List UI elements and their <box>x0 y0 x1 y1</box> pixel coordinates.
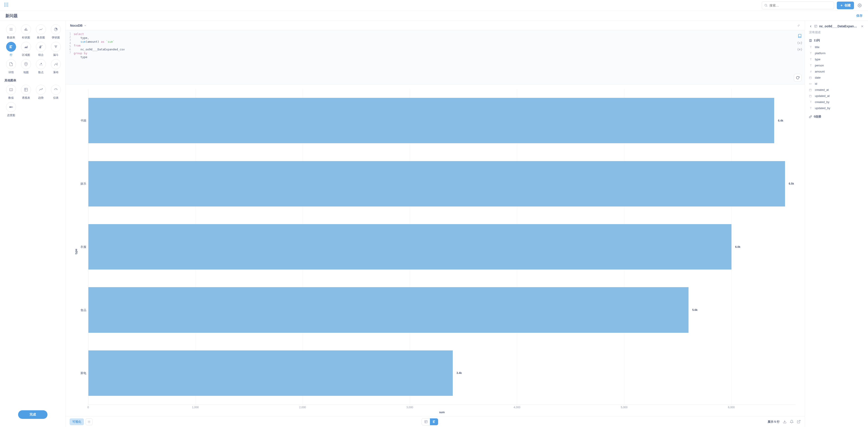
svg-point-12 <box>11 30 11 31</box>
table-icon <box>424 420 428 423</box>
viz-option-number[interactable]: 12数值 <box>4 85 18 100</box>
column-item-title[interactable]: Ttitle <box>809 45 864 50</box>
search-box[interactable] <box>762 2 834 9</box>
viz-option-label: 条形图 <box>37 36 45 39</box>
app-logo[interactable] <box>4 3 10 8</box>
database-name: NocoDB <box>70 24 83 27</box>
viz-option-combo[interactable]: 组合 <box>34 42 48 57</box>
back-button[interactable] <box>809 25 812 28</box>
close-icon <box>861 25 864 28</box>
visualize-button[interactable]: 可视化 <box>70 419 84 425</box>
column-type-icon <box>809 95 813 97</box>
column-item-id[interactable]: id <box>809 81 864 86</box>
snippets-icon[interactable]: {≡} <box>797 48 802 51</box>
bar-v-icon <box>21 24 31 34</box>
column-item-person[interactable]: Tperson <box>809 63 864 68</box>
chart-bar[interactable]: 6.4k <box>88 98 774 143</box>
viz-option-waterfall[interactable]: 瀑布 <box>49 59 62 74</box>
funnel-icon <box>51 42 61 52</box>
schema-panel: nc_oo9d___DataExpanded_csv 没有描述 11列 Ttit… <box>805 21 868 427</box>
database-selector[interactable]: NocoDB <box>66 21 805 30</box>
svg-rect-22 <box>55 46 57 46</box>
chart-x-tick: 1,000 <box>192 406 199 409</box>
svg-point-25 <box>26 63 27 64</box>
close-button[interactable] <box>861 25 864 28</box>
sql-editor[interactable]: 1234567 select type, sum(amount) as `sum… <box>66 30 805 85</box>
svg-rect-14 <box>25 29 25 31</box>
viz-option-line[interactable]: 条形图 <box>34 24 48 39</box>
chart-x-tick: 2,000 <box>299 406 306 409</box>
column-item-type[interactable]: Ttype <box>809 57 864 62</box>
column-item-created_by[interactable]: Tcreated_by <box>809 100 864 104</box>
column-item-updated_by[interactable]: Tupdated_by <box>809 106 864 110</box>
chart-bar-value: 3.4k <box>457 371 462 374</box>
top-nav: 创建 <box>0 0 868 11</box>
viz-option-detail[interactable]: 详情 <box>4 59 18 74</box>
viz-option-scatter[interactable]: 散点 <box>34 59 48 74</box>
viz-option-area[interactable]: 区域图 <box>20 42 33 57</box>
chart-x-tick: 6,000 <box>728 406 735 409</box>
viz-settings-button[interactable] <box>86 419 92 425</box>
chart-bar-value: 6.4k <box>778 119 783 122</box>
editor-code[interactable]: select type, sum(amount) as `sum`from nc… <box>72 30 795 84</box>
chart-plot[interactable]: 6.4k6.5k6.0k5.6k3.4k <box>88 89 796 405</box>
variables-icon[interactable]: {x} <box>797 41 802 44</box>
viz-option-map[interactable]: 地图 <box>20 59 33 74</box>
chart-bar[interactable]: 6.0k <box>88 224 732 269</box>
column-type-icon: T <box>809 45 813 49</box>
svg-point-26 <box>39 64 40 65</box>
viz-option-pie[interactable]: 饼状图 <box>49 24 62 39</box>
collapse-icon[interactable] <box>797 24 800 27</box>
viz-option-progress[interactable]: 进度图 <box>4 102 18 117</box>
viz-option-trend[interactable]: 趋势 <box>34 85 48 100</box>
search-input[interactable] <box>770 4 832 7</box>
svg-rect-61 <box>809 84 811 84</box>
line-icon <box>36 24 46 34</box>
column-item-platform[interactable]: Tplatform <box>809 51 864 56</box>
column-item-created_at[interactable]: created_at <box>809 88 864 92</box>
svg-line-1 <box>767 6 767 6</box>
column-item-updated_at[interactable]: updated_at <box>809 94 864 98</box>
column-item-amount[interactable]: #amount <box>809 69 864 74</box>
run-query-button[interactable] <box>794 74 802 81</box>
table-icon <box>814 25 817 28</box>
view-toggle <box>422 418 438 425</box>
svg-rect-45 <box>433 421 435 421</box>
svg-line-38 <box>56 89 56 90</box>
svg-rect-35 <box>24 88 28 91</box>
viz-option-bar-v[interactable]: 柱状图 <box>20 24 33 39</box>
column-item-date[interactable]: date <box>809 75 864 80</box>
chart-bar[interactable]: 3.4k <box>88 351 453 396</box>
done-button[interactable]: 完成 <box>18 410 48 419</box>
progress-icon <box>6 102 16 112</box>
chart-view-toggle[interactable] <box>430 419 438 425</box>
chart-category-label: 衣服 <box>79 215 88 278</box>
svg-rect-30 <box>55 64 56 65</box>
reference-icon[interactable] <box>798 34 802 38</box>
table-view-toggle[interactable] <box>422 419 430 425</box>
download-icon[interactable] <box>783 420 786 424</box>
combo-icon <box>36 42 46 52</box>
viz-option-pivot[interactable]: 透视表 <box>20 85 33 100</box>
viz-option-row[interactable]: 行 <box>4 42 18 57</box>
waterfall-icon <box>51 59 61 69</box>
column-type-icon <box>809 89 813 91</box>
column-type-icon <box>809 83 813 85</box>
refresh-icon <box>796 76 800 79</box>
viz-option-funnel[interactable]: 漏斗 <box>49 42 62 57</box>
save-link[interactable]: 保存 <box>856 14 863 18</box>
create-button[interactable]: 创建 <box>837 2 854 9</box>
share-icon[interactable] <box>797 420 801 424</box>
viz-option-label: 柱状图 <box>22 36 30 39</box>
chart-bar[interactable]: 6.5k <box>88 161 785 206</box>
chart-category-label: 家电 <box>79 341 88 405</box>
svg-point-27 <box>41 63 42 64</box>
svg-point-0 <box>765 4 767 6</box>
viz-option-gauge[interactable]: 仪表 <box>49 85 62 100</box>
column-name: platform <box>815 52 826 55</box>
alert-icon[interactable] <box>790 420 794 424</box>
viz-option-table[interactable]: 数据表 <box>4 24 18 39</box>
settings-button[interactable] <box>856 2 864 9</box>
chart-bar[interactable]: 5.6k <box>88 287 688 333</box>
scatter-icon <box>36 59 46 69</box>
